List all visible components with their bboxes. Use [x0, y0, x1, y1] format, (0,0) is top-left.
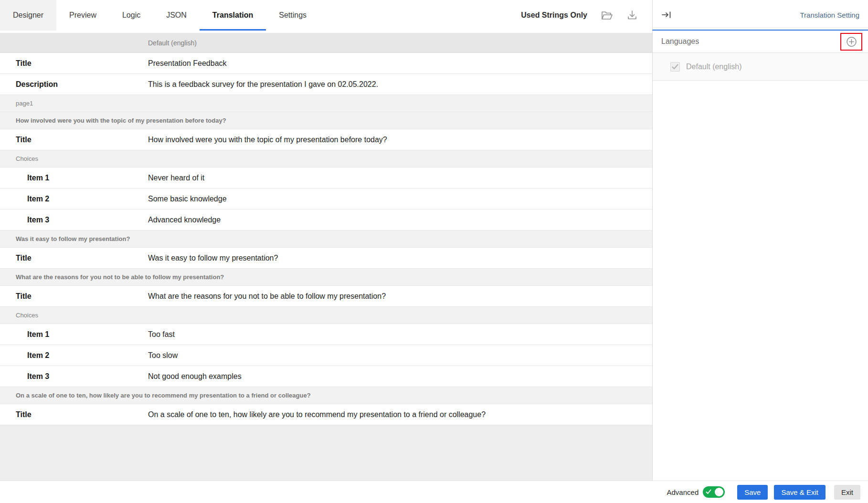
default-language-label: Default (english) — [686, 63, 742, 71]
table-section-row: page1 — [0, 95, 652, 112]
table-row: Title Was it easy to follow my presentat… — [0, 248, 652, 269]
tab-designer[interactable]: Designer — [0, 0, 56, 31]
row-value[interactable]: Never heard of it — [148, 174, 214, 182]
check-icon — [706, 489, 711, 494]
table-section-row: Was it easy to follow my presentation? — [0, 231, 652, 248]
table-row: Item 3 Not good enough examples — [0, 366, 652, 387]
table-section-row: Choices — [0, 307, 652, 324]
section-label: On a scale of one to ten, how likely are… — [16, 392, 311, 399]
footer-bar: Advanced Save Save & Exit Exit — [0, 481, 868, 503]
row-value[interactable]: What are the reasons for you not to be a… — [148, 292, 395, 301]
default-language-row: Default (english) — [653, 53, 868, 81]
row-label: Item 2 — [0, 195, 148, 203]
tab-bar: Designer Preview Logic JSON Translation … — [0, 0, 652, 31]
exit-button[interactable]: Exit — [834, 485, 860, 500]
table-header-row: Default (english) — [0, 33, 652, 53]
row-value[interactable]: Not good enough examples — [148, 372, 251, 381]
row-label: Item 3 — [0, 216, 148, 224]
table-row: Title What are the reasons for you not t… — [0, 286, 652, 307]
table-row: Item 1 Never heard of it — [0, 168, 652, 189]
tab-json[interactable]: JSON — [153, 0, 200, 31]
save-and-exit-button[interactable]: Save & Exit — [774, 485, 826, 500]
panel-title: Translation Setting — [800, 11, 859, 19]
advanced-label: Advanced — [667, 488, 699, 496]
table-row: Description This is a feedback survey fo… — [0, 74, 652, 95]
table-section-row: How involved were you with the topic of … — [0, 112, 652, 129]
translation-settings-panel: Languages Default (english) — [652, 31, 868, 481]
table-row: Title On a scale of one to ten, how like… — [0, 404, 652, 425]
tab-logic[interactable]: Logic — [109, 0, 153, 31]
row-value[interactable]: Too fast — [148, 330, 184, 339]
toggle-knob — [715, 488, 723, 496]
translation-table: Default (english) Title Presentation Fee… — [0, 31, 652, 481]
section-label: What are the reasons for you not to be a… — [16, 273, 224, 281]
table-row: Item 2 Too slow — [0, 345, 652, 366]
row-value[interactable]: Was it easy to follow my presentation? — [148, 254, 287, 262]
table-row: Title How involved were you with the top… — [0, 129, 652, 150]
section-label: Was it easy to follow my presentation? — [16, 235, 130, 242]
table-row: Item 1 Too fast — [0, 324, 652, 345]
table-row: Item 2 Some basic knowledge — [0, 189, 652, 210]
row-label: Item 1 — [0, 330, 148, 339]
section-label: Choices — [16, 312, 38, 319]
row-value[interactable]: Some basic knowledge — [148, 195, 236, 203]
download-icon[interactable] — [626, 10, 638, 21]
tab-settings[interactable]: Settings — [266, 0, 319, 31]
table-row: Title Presentation Feedback — [0, 53, 652, 74]
row-label: Title — [0, 292, 148, 301]
toolbar-right: Used Strings Only — [521, 0, 652, 31]
row-value[interactable]: This is a feedback survey for the presen… — [148, 80, 388, 89]
header-default-column: Default (english) — [148, 39, 206, 47]
used-strings-only-button[interactable]: Used Strings Only — [521, 11, 587, 20]
languages-label: Languages — [661, 37, 699, 46]
row-label: Item 3 — [0, 372, 148, 381]
row-value[interactable]: Presentation Feedback — [148, 59, 236, 68]
row-label: Title — [0, 59, 148, 68]
table-section-row: What are the reasons for you not to be a… — [0, 269, 652, 286]
row-value[interactable]: Advanced knowledge — [148, 216, 230, 224]
app-root: Designer Preview Logic JSON Translation … — [0, 0, 868, 503]
row-value[interactable]: On a scale of one to ten, how likely are… — [148, 410, 495, 419]
advanced-toggle[interactable] — [703, 486, 725, 498]
row-label: Description — [0, 80, 148, 89]
table-section-row: Choices — [0, 150, 652, 168]
collapse-panel-icon[interactable] — [661, 10, 672, 20]
tab-preview[interactable]: Preview — [56, 0, 109, 31]
row-value[interactable]: How involved were you with the topic of … — [148, 136, 397, 144]
row-value[interactable]: Too slow — [148, 351, 187, 360]
languages-header: Languages — [653, 31, 868, 53]
row-label: Title — [0, 136, 148, 144]
default-language-checkbox[interactable] — [670, 62, 680, 72]
highlight-box — [840, 33, 862, 51]
panel-header: Translation Setting — [652, 0, 868, 31]
table-section-row: On a scale of one to ten, how likely are… — [0, 387, 652, 404]
tab-translation[interactable]: Translation — [200, 0, 266, 31]
row-label: Title — [0, 410, 148, 419]
save-button[interactable]: Save — [737, 485, 768, 500]
row-label: Item 2 — [0, 351, 148, 360]
check-icon — [672, 64, 678, 70]
section-label: Choices — [16, 155, 38, 162]
table-row: Item 3 Advanced knowledge — [0, 210, 652, 231]
section-label: How involved were you with the topic of … — [16, 117, 226, 124]
add-language-icon[interactable] — [846, 36, 857, 47]
folder-open-icon[interactable] — [601, 10, 613, 21]
row-label: Title — [0, 254, 148, 262]
row-label: Item 1 — [0, 174, 148, 182]
table-empty-area — [0, 425, 652, 481]
section-label: page1 — [16, 100, 33, 107]
